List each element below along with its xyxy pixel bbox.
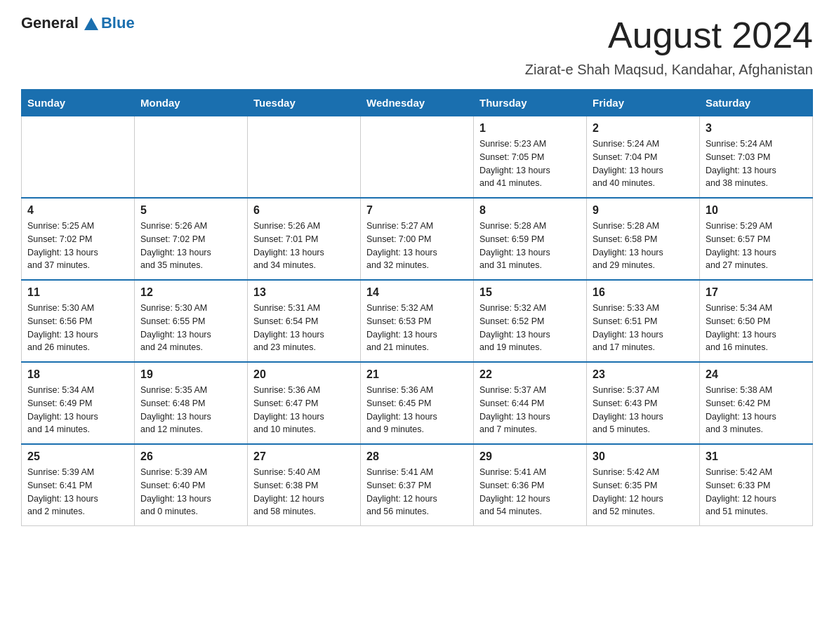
day-number: 4 bbox=[27, 204, 128, 217]
calendar-day-cell: 27Sunrise: 5:40 AM Sunset: 6:38 PM Dayli… bbox=[248, 444, 361, 526]
day-detail: Sunrise: 5:24 AM Sunset: 7:04 PM Dayligh… bbox=[593, 137, 694, 190]
calendar-week-row: 11Sunrise: 5:30 AM Sunset: 6:56 PM Dayli… bbox=[22, 280, 813, 362]
day-number: 21 bbox=[366, 368, 468, 381]
day-number: 2 bbox=[593, 122, 694, 135]
day-detail: Sunrise: 5:28 AM Sunset: 6:59 PM Dayligh… bbox=[479, 220, 581, 272]
day-detail: Sunrise: 5:38 AM Sunset: 6:42 PM Dayligh… bbox=[706, 384, 807, 436]
weekday-header-cell: Thursday bbox=[474, 90, 587, 116]
calendar-week-row: 4Sunrise: 5:25 AM Sunset: 7:02 PM Daylig… bbox=[22, 198, 813, 280]
day-detail: Sunrise: 5:25 AM Sunset: 7:02 PM Dayligh… bbox=[27, 220, 128, 272]
day-number: 13 bbox=[253, 286, 355, 299]
calendar-day-cell: 13Sunrise: 5:31 AM Sunset: 6:54 PM Dayli… bbox=[248, 280, 361, 362]
day-number: 26 bbox=[140, 450, 241, 463]
calendar-day-cell: 29Sunrise: 5:41 AM Sunset: 6:36 PM Dayli… bbox=[474, 444, 587, 526]
page-header: General Blue August 2024 bbox=[21, 14, 813, 56]
calendar-day-cell: 5Sunrise: 5:26 AM Sunset: 7:02 PM Daylig… bbox=[135, 198, 248, 280]
day-detail: Sunrise: 5:28 AM Sunset: 6:58 PM Dayligh… bbox=[593, 220, 694, 272]
calendar-day-cell: 10Sunrise: 5:29 AM Sunset: 6:57 PM Dayli… bbox=[700, 198, 813, 280]
weekday-header-row: SundayMondayTuesdayWednesdayThursdayFrid… bbox=[22, 90, 813, 116]
day-number: 28 bbox=[366, 450, 468, 463]
calendar-day-cell: 6Sunrise: 5:26 AM Sunset: 7:01 PM Daylig… bbox=[248, 198, 361, 280]
calendar-day-cell: 1Sunrise: 5:23 AM Sunset: 7:05 PM Daylig… bbox=[474, 116, 587, 199]
day-detail: Sunrise: 5:42 AM Sunset: 6:33 PM Dayligh… bbox=[706, 466, 807, 518]
weekday-header-cell: Wednesday bbox=[361, 90, 474, 116]
logo-triangle-icon bbox=[83, 16, 98, 30]
calendar-day-cell: 19Sunrise: 5:35 AM Sunset: 6:48 PM Dayli… bbox=[135, 362, 248, 444]
calendar-week-row: 25Sunrise: 5:39 AM Sunset: 6:41 PM Dayli… bbox=[22, 444, 813, 526]
calendar-day-cell: 4Sunrise: 5:25 AM Sunset: 7:02 PM Daylig… bbox=[22, 198, 135, 280]
calendar-day-cell: 24Sunrise: 5:38 AM Sunset: 6:42 PM Dayli… bbox=[700, 362, 813, 444]
day-number: 5 bbox=[140, 204, 241, 217]
weekday-header-cell: Monday bbox=[135, 90, 248, 116]
day-detail: Sunrise: 5:32 AM Sunset: 6:52 PM Dayligh… bbox=[479, 302, 581, 354]
calendar-day-cell: 17Sunrise: 5:34 AM Sunset: 6:50 PM Dayli… bbox=[700, 280, 813, 362]
logo: General Blue bbox=[21, 14, 135, 32]
day-detail: Sunrise: 5:37 AM Sunset: 6:43 PM Dayligh… bbox=[593, 384, 694, 436]
day-detail: Sunrise: 5:31 AM Sunset: 6:54 PM Dayligh… bbox=[253, 302, 355, 354]
day-number: 9 bbox=[593, 204, 694, 217]
day-detail: Sunrise: 5:30 AM Sunset: 6:55 PM Dayligh… bbox=[140, 302, 241, 354]
calendar-day-cell: 11Sunrise: 5:30 AM Sunset: 6:56 PM Dayli… bbox=[22, 280, 135, 362]
day-detail: Sunrise: 5:36 AM Sunset: 6:47 PM Dayligh… bbox=[253, 384, 355, 436]
calendar-day-cell: 22Sunrise: 5:37 AM Sunset: 6:44 PM Dayli… bbox=[474, 362, 587, 444]
calendar-day-cell bbox=[22, 116, 135, 199]
calendar-day-cell: 9Sunrise: 5:28 AM Sunset: 6:58 PM Daylig… bbox=[587, 198, 700, 280]
weekday-header-cell: Sunday bbox=[22, 90, 135, 116]
calendar-day-cell bbox=[248, 116, 361, 199]
day-number: 12 bbox=[140, 286, 241, 299]
calendar-body: 1Sunrise: 5:23 AM Sunset: 7:05 PM Daylig… bbox=[22, 116, 813, 526]
location-subtitle: Ziarat-e Shah Maqsud, Kandahar, Afghanis… bbox=[21, 62, 813, 78]
day-number: 23 bbox=[593, 368, 694, 381]
day-detail: Sunrise: 5:36 AM Sunset: 6:45 PM Dayligh… bbox=[366, 384, 468, 436]
day-number: 24 bbox=[706, 368, 807, 381]
calendar-day-cell: 18Sunrise: 5:34 AM Sunset: 6:49 PM Dayli… bbox=[22, 362, 135, 444]
day-number: 1 bbox=[479, 122, 581, 135]
day-number: 15 bbox=[479, 286, 581, 299]
calendar-day-cell bbox=[135, 116, 248, 199]
calendar-day-cell: 26Sunrise: 5:39 AM Sunset: 6:40 PM Dayli… bbox=[135, 444, 248, 526]
calendar-day-cell: 31Sunrise: 5:42 AM Sunset: 6:33 PM Dayli… bbox=[700, 444, 813, 526]
day-detail: Sunrise: 5:32 AM Sunset: 6:53 PM Dayligh… bbox=[366, 302, 468, 354]
weekday-header-cell: Saturday bbox=[700, 90, 813, 116]
calendar-day-cell: 16Sunrise: 5:33 AM Sunset: 6:51 PM Dayli… bbox=[587, 280, 700, 362]
day-detail: Sunrise: 5:34 AM Sunset: 6:49 PM Dayligh… bbox=[27, 384, 128, 436]
calendar-day-cell: 2Sunrise: 5:24 AM Sunset: 7:04 PM Daylig… bbox=[587, 116, 700, 199]
day-detail: Sunrise: 5:39 AM Sunset: 6:41 PM Dayligh… bbox=[27, 466, 128, 518]
day-detail: Sunrise: 5:37 AM Sunset: 6:44 PM Dayligh… bbox=[479, 384, 581, 436]
calendar-day-cell: 20Sunrise: 5:36 AM Sunset: 6:47 PM Dayli… bbox=[248, 362, 361, 444]
day-detail: Sunrise: 5:33 AM Sunset: 6:51 PM Dayligh… bbox=[593, 302, 694, 354]
day-number: 18 bbox=[27, 368, 128, 381]
calendar-day-cell: 15Sunrise: 5:32 AM Sunset: 6:52 PM Dayli… bbox=[474, 280, 587, 362]
month-title: August 2024 bbox=[608, 14, 813, 56]
day-number: 7 bbox=[366, 204, 468, 217]
calendar-day-cell: 7Sunrise: 5:27 AM Sunset: 7:00 PM Daylig… bbox=[361, 198, 474, 280]
calendar-day-cell bbox=[361, 116, 474, 199]
logo-text-blue: Blue bbox=[101, 14, 135, 32]
calendar-day-cell: 21Sunrise: 5:36 AM Sunset: 6:45 PM Dayli… bbox=[361, 362, 474, 444]
day-number: 20 bbox=[253, 368, 355, 381]
day-number: 6 bbox=[253, 204, 355, 217]
day-number: 14 bbox=[366, 286, 468, 299]
weekday-header-cell: Friday bbox=[587, 90, 700, 116]
day-number: 29 bbox=[479, 450, 581, 463]
day-number: 30 bbox=[593, 450, 694, 463]
day-detail: Sunrise: 5:41 AM Sunset: 6:37 PM Dayligh… bbox=[366, 466, 468, 518]
calendar-day-cell: 3Sunrise: 5:24 AM Sunset: 7:03 PM Daylig… bbox=[700, 116, 813, 199]
calendar-day-cell: 28Sunrise: 5:41 AM Sunset: 6:37 PM Dayli… bbox=[361, 444, 474, 526]
day-number: 22 bbox=[479, 368, 581, 381]
calendar-day-cell: 14Sunrise: 5:32 AM Sunset: 6:53 PM Dayli… bbox=[361, 280, 474, 362]
day-number: 16 bbox=[593, 286, 694, 299]
calendar-day-cell: 12Sunrise: 5:30 AM Sunset: 6:55 PM Dayli… bbox=[135, 280, 248, 362]
calendar-table: SundayMondayTuesdayWednesdayThursdayFrid… bbox=[21, 89, 813, 526]
day-detail: Sunrise: 5:29 AM Sunset: 6:57 PM Dayligh… bbox=[706, 220, 807, 272]
day-detail: Sunrise: 5:26 AM Sunset: 7:02 PM Dayligh… bbox=[140, 220, 241, 272]
calendar-day-cell: 23Sunrise: 5:37 AM Sunset: 6:43 PM Dayli… bbox=[587, 362, 700, 444]
day-detail: Sunrise: 5:27 AM Sunset: 7:00 PM Dayligh… bbox=[366, 220, 468, 272]
calendar-day-cell: 25Sunrise: 5:39 AM Sunset: 6:41 PM Dayli… bbox=[22, 444, 135, 526]
day-detail: Sunrise: 5:41 AM Sunset: 6:36 PM Dayligh… bbox=[479, 466, 581, 518]
day-detail: Sunrise: 5:34 AM Sunset: 6:50 PM Dayligh… bbox=[706, 302, 807, 354]
day-detail: Sunrise: 5:30 AM Sunset: 6:56 PM Dayligh… bbox=[27, 302, 128, 354]
calendar-day-cell: 8Sunrise: 5:28 AM Sunset: 6:59 PM Daylig… bbox=[474, 198, 587, 280]
day-number: 10 bbox=[706, 204, 807, 217]
weekday-header-cell: Tuesday bbox=[248, 90, 361, 116]
